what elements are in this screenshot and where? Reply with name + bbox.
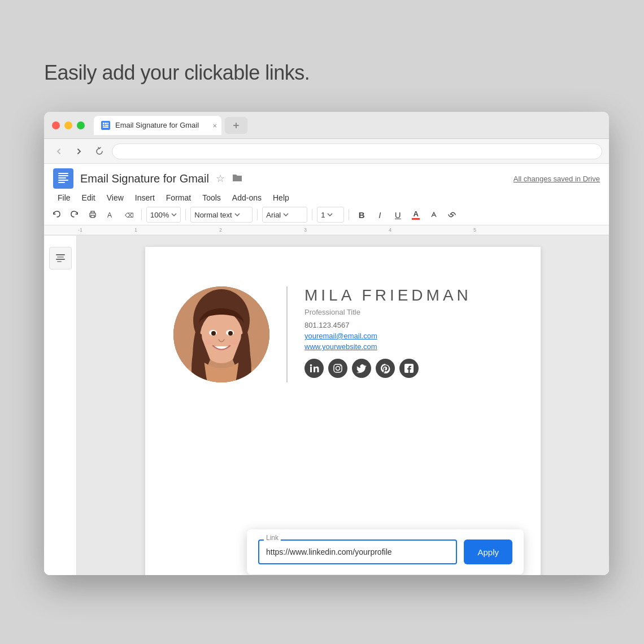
font-size-selector[interactable]: 1 (317, 207, 344, 223)
svg-rect-4 (103, 125, 105, 126)
svg-text:-1: -1 (78, 227, 82, 233)
profile-photo-inner (173, 286, 269, 382)
svg-text:A: A (107, 211, 112, 219)
tab-close-button[interactable]: × (213, 121, 217, 129)
docs-area: Email Signature for Gmail ☆ All changes … (44, 164, 609, 575)
signature-title: Professional Title (304, 308, 512, 316)
browser-window: Email Signature for Gmail × (44, 112, 609, 575)
apply-button[interactable]: Apply (464, 539, 512, 564)
ruler: -1 1 2 3 4 5 (44, 225, 609, 236)
signature-website[interactable]: www.yourwebsite.com (304, 342, 512, 351)
close-window-button[interactable] (52, 121, 60, 129)
page-area: MILA FRIEDMAN Professional Title 801.123… (77, 236, 609, 575)
signature-container: MILA FRIEDMAN Professional Title 801.123… (173, 286, 512, 382)
docs-title-row: Email Signature for Gmail ☆ All changes … (53, 168, 600, 189)
paint-format-button[interactable]: A (103, 207, 119, 223)
facebook-icon[interactable] (399, 359, 419, 378)
linkedin-icon[interactable] (304, 359, 324, 378)
minimize-window-button[interactable] (64, 121, 72, 129)
svg-rect-14 (58, 182, 65, 183)
svg-text:4: 4 (389, 227, 391, 233)
tab-title: Email Signature for Gmail (115, 121, 199, 129)
svg-rect-42 (310, 367, 312, 372)
toolbar-separator-4 (312, 209, 312, 220)
svg-rect-10 (58, 173, 68, 174)
menu-help[interactable]: Help (268, 191, 294, 204)
link-popup: Link Apply (247, 529, 524, 575)
outline-panel-button[interactable] (49, 247, 72, 269)
menu-tools[interactable]: Tools (198, 191, 225, 204)
signature-socials (304, 359, 512, 378)
bold-button[interactable]: B (354, 207, 369, 223)
undo-button[interactable] (49, 207, 64, 223)
svg-point-46 (340, 365, 341, 367)
svg-rect-13 (58, 180, 68, 181)
new-tab-button[interactable] (225, 117, 247, 134)
instagram-icon[interactable] (328, 359, 347, 378)
svg-point-41 (230, 339, 239, 345)
svg-point-40 (204, 339, 213, 345)
menu-insert[interactable]: Insert (130, 191, 159, 204)
docs-folder-icon[interactable] (232, 172, 243, 185)
format-selector[interactable]: Normal text (190, 207, 253, 223)
svg-rect-31 (56, 259, 65, 260)
menu-addons[interactable]: Add-ons (228, 191, 266, 204)
docs-document-title[interactable]: Email Signature for Gmail (80, 172, 209, 185)
document-page: MILA FRIEDMAN Professional Title 801.123… (145, 247, 541, 575)
toolbar-separator-1 (141, 209, 142, 220)
svg-rect-12 (58, 177, 66, 179)
svg-point-39 (228, 331, 233, 336)
pinterest-icon[interactable] (376, 359, 395, 378)
signature-email[interactable]: youremail@email.com (304, 332, 512, 340)
svg-rect-32 (57, 261, 62, 262)
underline-button[interactable]: U (390, 207, 406, 223)
docs-app-icon (53, 168, 73, 189)
svg-text:3: 3 (304, 227, 307, 233)
menu-file[interactable]: File (53, 191, 75, 204)
maximize-window-button[interactable] (77, 121, 85, 129)
svg-rect-6 (103, 127, 108, 128)
font-selector[interactable]: Arial (262, 207, 307, 223)
toolbar-separator-2 (185, 209, 186, 220)
menu-edit[interactable]: Edit (77, 191, 100, 204)
twitter-icon[interactable] (352, 359, 371, 378)
reload-button[interactable] (92, 143, 107, 159)
highlight-button[interactable] (426, 207, 442, 223)
print-button[interactable] (85, 207, 101, 223)
nav-bar (44, 139, 609, 164)
svg-rect-16 (91, 211, 94, 213)
menu-view[interactable]: View (102, 191, 128, 204)
traffic-lights (52, 121, 85, 129)
profile-photo (173, 286, 269, 382)
svg-rect-5 (105, 125, 108, 126)
address-bar[interactable] (112, 143, 602, 159)
browser-tab[interactable]: Email Signature for Gmail × (94, 116, 221, 135)
svg-rect-3 (107, 123, 108, 124)
signature-info: MILA FRIEDMAN Professional Title 801.123… (304, 286, 512, 378)
forward-button[interactable] (71, 143, 87, 159)
svg-point-38 (211, 331, 216, 336)
link-input[interactable] (258, 539, 457, 564)
svg-point-45 (336, 367, 340, 371)
format-clear-button[interactable]: ⌫ (121, 207, 137, 223)
page-tagline: Easily add your clickable links. (44, 61, 310, 85)
back-button[interactable] (51, 143, 67, 159)
docs-body: MILA FRIEDMAN Professional Title 801.123… (44, 236, 609, 575)
link-button[interactable] (444, 207, 460, 223)
italic-button[interactable]: I (372, 207, 388, 223)
signature-divider (286, 286, 288, 382)
menu-format[interactable]: Format (162, 191, 195, 204)
text-color-button[interactable]: A (408, 207, 424, 223)
svg-text:1: 1 (134, 227, 137, 233)
docs-star-icon[interactable]: ☆ (216, 172, 225, 185)
tab-area: Email Signature for Gmail × (94, 116, 601, 135)
tab-favicon-icon (101, 120, 111, 130)
link-field-wrapper: Link (258, 539, 457, 564)
svg-rect-17 (91, 215, 94, 217)
svg-rect-30 (57, 256, 64, 258)
link-label: Link (264, 534, 281, 542)
title-bar: Email Signature for Gmail × (44, 112, 609, 139)
zoom-selector[interactable]: 100% (146, 207, 181, 223)
svg-text:5: 5 (473, 227, 476, 233)
redo-button[interactable] (67, 207, 82, 223)
